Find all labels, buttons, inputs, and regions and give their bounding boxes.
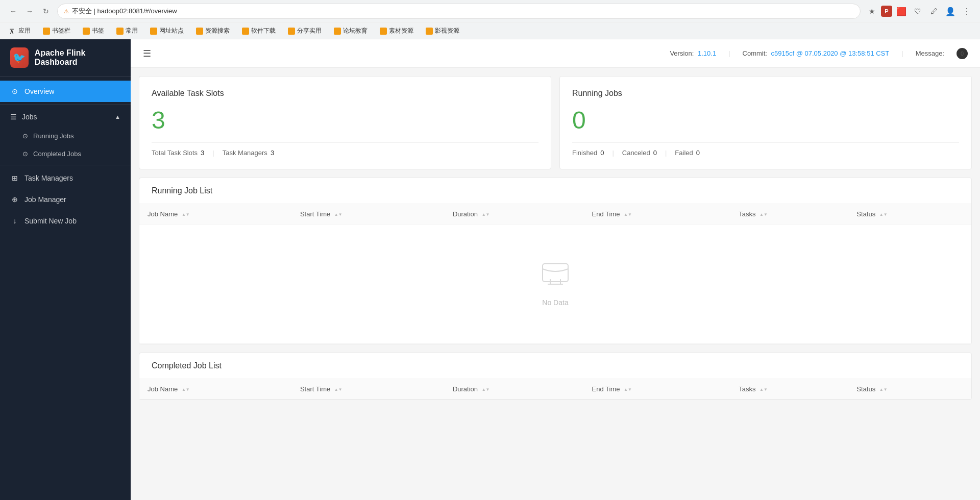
total-task-slots-stat: Total Task Slots 3 xyxy=(152,149,204,157)
task-slots-card: Available Task Slots 3 Total Task Slots … xyxy=(139,76,551,169)
sidebar-item-overview[interactable]: ⊙ Overview xyxy=(0,81,131,102)
lock-icon: ⚠ xyxy=(64,8,69,15)
failed-stat: Failed 0 xyxy=(675,149,700,157)
bookmark-3[interactable]: 常用 xyxy=(113,26,141,36)
separator: | xyxy=(901,49,903,57)
col-start-time[interactable]: Start Time ▲▼ xyxy=(292,204,445,224)
sort-icons: ▲▼ xyxy=(760,213,768,217)
bookmark-8[interactable]: 论坛教育 xyxy=(331,26,371,36)
sidebar-logo: 🐦 Apache Flink Dashboard xyxy=(0,39,131,77)
cards-row: Available Task Slots 3 Total Task Slots … xyxy=(139,76,972,169)
col-duration[interactable]: Duration ▲▼ xyxy=(445,204,584,224)
bookmark-9[interactable]: 素材资源 xyxy=(377,26,416,36)
failed-label: Failed xyxy=(675,149,693,157)
sidebar-item-label: Completed Jobs xyxy=(33,150,81,158)
col-job-name[interactable]: Job Name ▲▼ xyxy=(139,379,292,399)
col-status[interactable]: Status ▲▼ xyxy=(848,204,971,224)
running-job-table-body: No Data xyxy=(139,224,971,344)
running-job-table: Job Name ▲▼ Start Time ▲▼ Duration ▲▼ xyxy=(139,204,971,344)
running-jobs-footer: Finished 0 | Canceled 0 | Failed xyxy=(572,142,959,157)
menu-button[interactable]: ⋮ xyxy=(960,4,974,18)
finished-label: Finished xyxy=(572,149,597,157)
footer-separator-2: | xyxy=(665,149,667,157)
running-job-table-head: Job Name ▲▼ Start Time ▲▼ Duration ▲▼ xyxy=(139,204,971,224)
browser-chrome: ← → ↻ ⚠ 不安全 | hadoop02:8081/#/overview ★… xyxy=(0,0,980,39)
browser-toolbar: ← → ↻ ⚠ 不安全 | hadoop02:8081/#/overview ★… xyxy=(0,0,980,22)
bookmark-7[interactable]: 分享实用 xyxy=(285,26,325,36)
failed-value: 0 xyxy=(696,149,700,157)
ext-button-1[interactable]: P xyxy=(881,6,892,17)
bookmark-4[interactable]: 网址站点 xyxy=(147,26,187,36)
bookmarks-bar: ⊼ 应用 书签栏 书签 常用 网址站点 资源搜索 软件下载 分享实 xyxy=(0,22,980,39)
sort-icons: ▲▼ xyxy=(482,388,490,392)
sidebar-item-label: Overview xyxy=(24,87,54,95)
bookmark-10[interactable]: 影视资源 xyxy=(423,26,462,36)
finished-stat: Finished 0 xyxy=(572,149,604,157)
main-content: Available Task Slots 3 Total Task Slots … xyxy=(131,68,980,500)
bookmark-folder-icon xyxy=(242,28,249,35)
refresh-button[interactable]: ↻ xyxy=(39,4,53,18)
browser-actions: ★ P 🟥 🛡 🖊 👤 ⋮ xyxy=(865,4,974,18)
bookmark-label: 应用 xyxy=(18,27,31,35)
no-data-text: No Data xyxy=(542,298,568,307)
sidebar-nav: ⊙ Overview ☰ Jobs ▲ ⊙ Running Jobs ⊙ Com… xyxy=(0,77,131,236)
bookmark-6[interactable]: 软件下载 xyxy=(239,26,279,36)
sort-icons: ▲▼ xyxy=(182,388,190,392)
managers-label: Task Managers xyxy=(223,149,267,157)
col-tasks[interactable]: Tasks ▲▼ xyxy=(730,204,848,224)
address-bar[interactable]: ⚠ 不安全 | hadoop02:8081/#/overview xyxy=(57,4,861,19)
bookmark-label: 资源搜索 xyxy=(205,27,230,35)
table-header-row: Job Name ▲▼ Start Time ▲▼ Duration ▲▼ xyxy=(139,204,971,224)
no-data-cell: No Data xyxy=(139,224,971,344)
bookmark-folder-icon xyxy=(380,28,387,35)
message-badge: 0 xyxy=(957,48,968,59)
completed-jobs-icon: ⊙ xyxy=(22,150,28,158)
sort-icons: ▲▼ xyxy=(879,388,888,392)
ext-button-4[interactable]: 🖊 xyxy=(927,4,941,18)
col-tasks[interactable]: Tasks ▲▼ xyxy=(730,379,848,399)
sidebar-jobs-group[interactable]: ☰ Jobs ▲ xyxy=(0,107,131,127)
app-header: ☰ Version: 1.10.1 | Commit: c5915cf @ 07… xyxy=(131,39,980,68)
sidebar-item-completed-jobs[interactable]: ⊙ Completed Jobs xyxy=(0,145,131,163)
col-job-name[interactable]: Job Name ▲▼ xyxy=(139,204,292,224)
profile-button[interactable]: 👤 xyxy=(943,4,958,18)
sidebar-item-task-managers[interactable]: ⊞ Task Managers xyxy=(0,167,131,189)
sidebar-item-submit-new-job[interactable]: ↓ Submit New Job xyxy=(0,210,131,232)
back-button[interactable]: ← xyxy=(6,4,20,18)
table-row: No Data xyxy=(139,224,971,344)
submit-job-icon: ↓ xyxy=(10,216,19,226)
canceled-stat: Canceled 0 xyxy=(622,149,657,157)
task-slots-number: 3 xyxy=(152,106,538,134)
col-duration[interactable]: Duration ▲▼ xyxy=(445,379,584,399)
header-info: Version: 1.10.1 | Commit: c5915cf @ 07.0… xyxy=(670,48,968,59)
star-button[interactable]: ★ xyxy=(865,4,879,18)
bookmark-2[interactable]: 书签 xyxy=(80,26,107,36)
bookmark-label: 网址站点 xyxy=(159,27,184,35)
bookmark-folder-icon xyxy=(43,28,50,35)
menu-toggle-icon[interactable]: ☰ xyxy=(143,48,151,59)
col-end-time[interactable]: End Time ▲▼ xyxy=(584,204,731,224)
bookmark-folder-icon xyxy=(426,28,433,35)
forward-button[interactable]: → xyxy=(22,4,37,18)
footer-separator: | xyxy=(612,149,614,157)
bookmark-label: 影视资源 xyxy=(435,27,459,35)
bookmark-5[interactable]: 资源搜索 xyxy=(193,26,233,36)
version-label: Version: 1.10.1 xyxy=(670,49,716,57)
col-status[interactable]: Status ▲▼ xyxy=(848,379,971,399)
bookmark-label: 软件下载 xyxy=(251,27,276,35)
ext-button-3[interactable]: 🛡 xyxy=(911,4,925,18)
running-jobs-title: Running Jobs xyxy=(572,89,959,98)
sort-icons: ▲▼ xyxy=(760,388,768,392)
sidebar-item-job-manager[interactable]: ⊕ Job Manager xyxy=(0,189,131,210)
commit-label: Commit: c5915cf @ 07.05.2020 @ 13:58:51 … xyxy=(743,49,890,57)
running-jobs-card: Running Jobs 0 Finished 0 | Canceled 0 xyxy=(559,76,972,169)
col-end-time[interactable]: End Time ▲▼ xyxy=(584,379,731,399)
sidebar-item-running-jobs[interactable]: ⊙ Running Jobs xyxy=(0,127,131,145)
completed-job-list-title: Completed Job List xyxy=(139,353,971,379)
completed-job-table: Job Name ▲▼ Start Time ▲▼ Duration ▲▼ xyxy=(139,379,971,399)
col-start-time[interactable]: Start Time ▲▼ xyxy=(292,379,445,399)
bookmark-apps[interactable]: ⊼ 应用 xyxy=(6,26,34,36)
ext-button-2[interactable]: 🟥 xyxy=(894,4,909,18)
bookmark-1[interactable]: 书签栏 xyxy=(40,26,74,36)
no-data-container: No Data xyxy=(148,231,963,337)
